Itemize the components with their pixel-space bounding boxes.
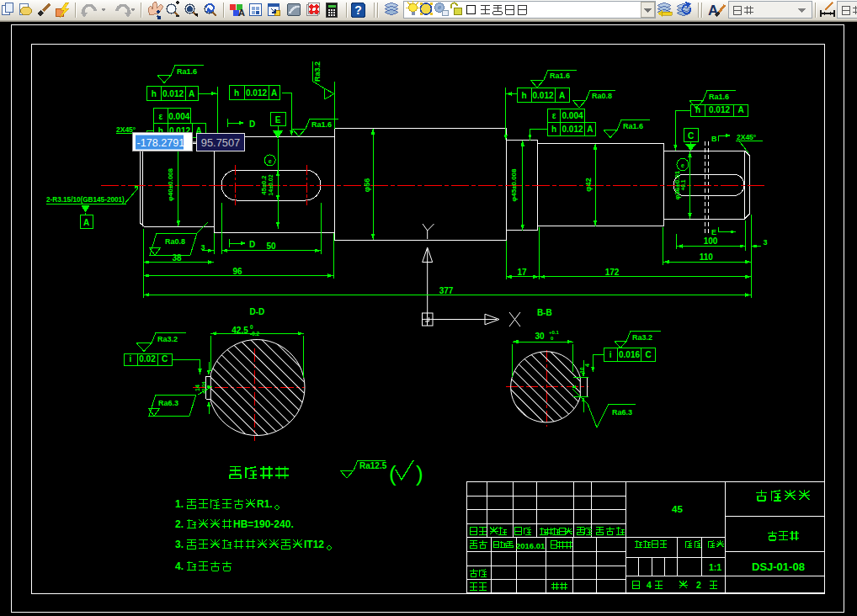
svg-text:42.5: 42.5 (232, 326, 248, 335)
svg-text:2.: 2. (175, 518, 184, 530)
svg-text:0.012: 0.012 (162, 89, 184, 98)
svg-text:Ra3.2: Ra3.2 (632, 333, 652, 342)
svg-text:D: D (249, 240, 255, 249)
svg-text:HB=190-240.: HB=190-240. (233, 518, 294, 530)
svg-text:h: h (551, 125, 556, 134)
svg-text:3: 3 (763, 238, 767, 247)
svg-text:Ra6.3: Ra6.3 (158, 399, 178, 407)
svg-text:A: A (559, 91, 565, 100)
svg-text:50: 50 (266, 242, 276, 251)
svg-text:0.004: 0.004 (562, 111, 583, 120)
svg-text:96: 96 (232, 267, 242, 276)
svg-text:D: D (249, 119, 255, 129)
svg-text:+0.04: +0.04 (201, 381, 206, 395)
svg-text:Ra1.6: Ra1.6 (177, 67, 197, 76)
svg-text:Ra0.8: Ra0.8 (592, 92, 612, 100)
svg-text:0: 0 (250, 324, 253, 330)
svg-text:0.012: 0.012 (246, 88, 267, 98)
svg-text:38: 38 (172, 253, 182, 263)
svg-text:30: 30 (535, 332, 545, 341)
svg-text:0.02: 0.02 (139, 354, 156, 364)
svg-text:+0.1: +0.1 (680, 179, 686, 190)
svg-text:0.004: 0.004 (168, 112, 189, 121)
svg-text:e: e (269, 158, 272, 164)
svg-text:A: A (189, 89, 194, 98)
svg-text:14: 14 (194, 385, 200, 391)
svg-text:Ra1.6: Ra1.6 (550, 72, 570, 80)
svg-text:2: 2 (696, 580, 701, 590)
svg-text:C: C (162, 354, 168, 364)
svg-text:0.016: 0.016 (619, 350, 640, 359)
svg-text:100: 100 (704, 236, 718, 246)
svg-text:i: i (130, 354, 132, 364)
svg-text:Ra1.6: Ra1.6 (709, 93, 729, 101)
svg-text:A: A (238, 8, 245, 18)
svg-text:φ56: φ56 (363, 178, 371, 192)
svg-text:0.012: 0.012 (532, 91, 553, 100)
svg-text:φ40±0.008: φ40±0.008 (167, 167, 174, 201)
svg-text:14±0.02: 14±0.02 (268, 174, 274, 195)
svg-text:DSJ-01-08: DSJ-01-08 (752, 560, 805, 573)
svg-text:B-B: B-B (537, 308, 552, 317)
svg-text:110: 110 (700, 252, 714, 262)
svg-text:17: 17 (517, 268, 527, 277)
svg-text:h: h (521, 91, 526, 100)
svg-text:3: 3 (200, 243, 205, 252)
svg-text:-0.2: -0.2 (250, 331, 260, 337)
svg-text:i: i (609, 350, 612, 359)
svg-text:2016.01: 2016.01 (516, 541, 546, 550)
svg-text:95.7507: 95.7507 (201, 136, 240, 149)
svg-text:45: 45 (672, 504, 683, 514)
svg-text:+0.1: +0.1 (549, 330, 560, 335)
svg-text:h: h (234, 88, 239, 98)
svg-text:1:1: 1:1 (709, 562, 721, 572)
svg-text:1.: 1. (175, 498, 184, 510)
svg-text:E: E (275, 115, 281, 125)
svg-text:Ra1.6: Ra1.6 (623, 122, 643, 130)
svg-text:E: E (711, 228, 716, 236)
svg-text:-178.2791: -178.2791 (137, 137, 185, 149)
svg-text:e: e (681, 162, 684, 168)
svg-text:C: C (688, 131, 694, 141)
svg-text:Ra3.2: Ra3.2 (157, 335, 178, 343)
svg-text:(: ( (389, 461, 397, 486)
svg-text:R1.: R1. (257, 498, 273, 510)
svg-text:B: B (711, 135, 717, 143)
svg-text:C: C (645, 350, 651, 359)
svg-text:A: A (737, 105, 743, 114)
svg-text:A: A (271, 88, 277, 98)
svg-text:Ra12.5: Ra12.5 (359, 461, 387, 470)
svg-text:): ) (416, 461, 423, 486)
svg-text:ε: ε (158, 112, 162, 121)
svg-text:D-D: D-D (250, 307, 265, 316)
svg-text:172: 172 (605, 268, 620, 277)
svg-text:Ra3.2: Ra3.2 (313, 61, 322, 82)
svg-text:Ra6.3: Ra6.3 (612, 408, 632, 417)
svg-text:h: h (152, 89, 157, 98)
svg-text:4.: 4. (175, 560, 184, 572)
svg-text:2-R3.15/10(GB145-2001): 2-R3.15/10(GB145-2001) (46, 196, 125, 204)
svg-text:?: ? (354, 3, 362, 17)
svg-text:0.012: 0.012 (562, 125, 583, 134)
svg-text:Ra0.8: Ra0.8 (165, 237, 185, 246)
svg-text:377: 377 (439, 286, 454, 295)
svg-text:4: 4 (647, 580, 652, 590)
svg-text:A: A (83, 218, 89, 227)
svg-text:0.012: 0.012 (709, 105, 730, 114)
svg-text:IT12: IT12 (304, 539, 324, 550)
svg-text:4: 4 (584, 364, 590, 367)
svg-text:2X45°: 2X45° (737, 133, 757, 141)
svg-text:10: 10 (579, 367, 585, 374)
svg-text:ε: ε (552, 111, 556, 120)
svg-text:Ra1.6: Ra1.6 (311, 120, 332, 129)
svg-text:A: A (587, 125, 593, 134)
svg-text:3.: 3. (175, 539, 184, 550)
svg-text:φ45±0.008: φ45±0.008 (510, 168, 518, 202)
svg-text:φ42: φ42 (584, 178, 593, 191)
